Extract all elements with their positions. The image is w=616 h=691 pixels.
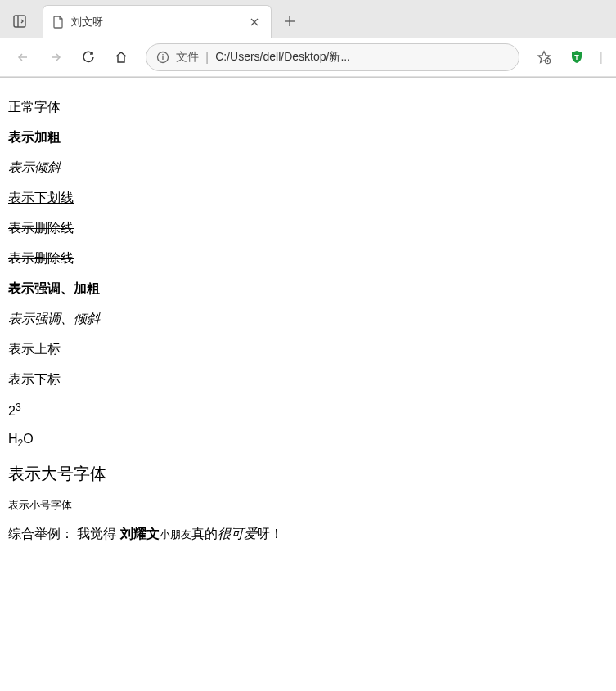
text-strike-1: 表示删除线 xyxy=(8,220,608,237)
text-underline: 表示下划线 xyxy=(8,190,608,207)
site-info-icon[interactable] xyxy=(156,51,169,64)
sub-post: O xyxy=(23,432,33,446)
browser-chrome: 刘文呀 xyxy=(0,0,616,78)
home-button[interactable] xyxy=(106,43,136,72)
browser-tab[interactable]: 刘文呀 xyxy=(43,5,272,38)
combined-prefix: 综合举例： 我觉得 xyxy=(8,527,120,541)
text-bold: 表示加粗 xyxy=(8,129,608,146)
file-icon xyxy=(52,16,65,29)
text-em-italic: 表示强调、倾斜 xyxy=(8,311,608,328)
combined-small: 小朋友 xyxy=(160,528,191,541)
text-italic: 表示倾斜 xyxy=(8,159,608,177)
text-big: 表示大号字体 xyxy=(8,463,608,485)
text-sup-label: 表示上标 xyxy=(8,341,608,358)
forward-button[interactable] xyxy=(41,43,70,72)
sup-base: 2 xyxy=(8,404,16,418)
file-scheme-label: 文件 xyxy=(176,50,199,65)
text-small: 表示小号字体 xyxy=(8,498,608,513)
tab-title: 刘文呀 xyxy=(71,15,240,29)
combined-suffix: 呀！ xyxy=(257,527,283,541)
refresh-button[interactable] xyxy=(74,43,103,72)
combined-bold: 刘耀文 xyxy=(120,527,160,541)
close-tab-button[interactable] xyxy=(246,14,263,30)
text-normal: 正常字体 xyxy=(8,99,608,116)
tab-bar: 刘文呀 xyxy=(0,0,616,38)
combined-example: 综合举例： 我觉得 刘耀文小朋友真的很可爱呀！ xyxy=(8,526,608,543)
svg-point-10 xyxy=(162,54,164,56)
combined-italic: 很可爱 xyxy=(218,527,257,541)
text-sub-label: 表示下标 xyxy=(8,371,608,388)
separator: | xyxy=(205,50,209,65)
back-button[interactable] xyxy=(8,43,38,72)
extension-shield-icon[interactable]: T xyxy=(562,43,591,72)
vertical-tabs-button[interactable] xyxy=(3,7,36,36)
toolbar-separator: | xyxy=(600,50,603,65)
url-text: C:/Users/dell/Desktop/新... xyxy=(215,50,509,65)
sup-value: 3 xyxy=(16,402,21,413)
text-strike-2: 表示删除线 xyxy=(8,250,608,267)
new-tab-button[interactable] xyxy=(277,8,303,34)
text-strong-bold: 表示强调、加粗 xyxy=(8,280,608,298)
sup-example: 23 xyxy=(8,402,608,419)
sub-example: H2O xyxy=(8,432,608,449)
svg-text:T: T xyxy=(574,53,579,61)
favorites-button[interactable] xyxy=(529,43,559,72)
toolbar: 文件 | C:/Users/dell/Desktop/新... T | xyxy=(0,38,616,77)
combined-mid: 真的 xyxy=(191,527,218,541)
page-content: 正常字体 表示加粗 表示倾斜 表示下划线 表示删除线 表示删除线 表示强调、加粗… xyxy=(0,78,616,564)
address-bar[interactable]: 文件 | C:/Users/dell/Desktop/新... xyxy=(146,43,519,71)
sub-pre: H xyxy=(8,432,18,446)
